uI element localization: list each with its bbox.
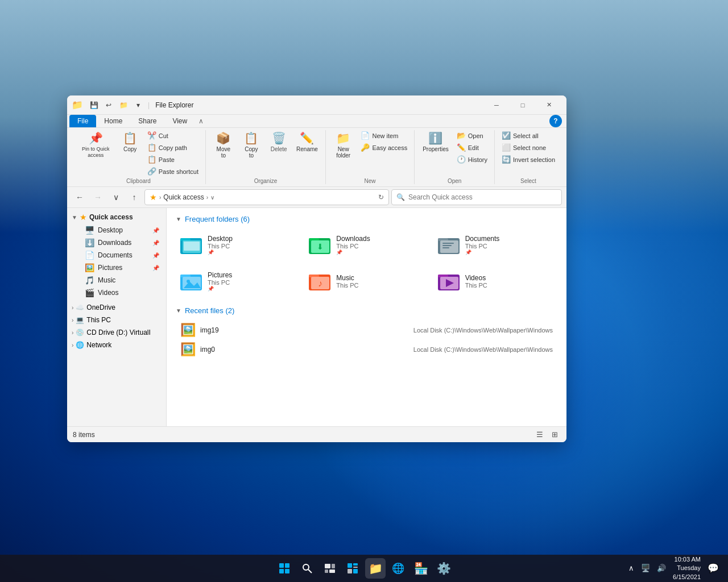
sidebar-item-videos[interactable]: 🎬 Videos bbox=[80, 286, 164, 299]
history-button[interactable]: 🕐 History bbox=[454, 154, 490, 165]
desktop-folder-location: This PC bbox=[208, 243, 233, 250]
large-icons-view-button[interactable]: ⊞ bbox=[548, 429, 561, 441]
open-split-group: 📂 Open ✏️ Edit 🕐 History bbox=[454, 130, 490, 165]
taskbar-settings-button[interactable]: ⚙️ bbox=[433, 558, 454, 579]
search-input[interactable] bbox=[408, 193, 557, 201]
widgets-button[interactable] bbox=[342, 558, 363, 579]
easy-access-button[interactable]: 🔑 Easy access bbox=[358, 142, 410, 153]
img0-name: img0 bbox=[200, 346, 268, 354]
this-pc-icon: 💻 bbox=[76, 316, 84, 324]
pictures-folder-name: Pictures bbox=[208, 271, 232, 279]
quick-access-items: 🖥️ Desktop 📌 ⬇️ Downloads 📌 📄 Documents … bbox=[67, 224, 166, 299]
search-box[interactable]: 🔍 bbox=[391, 189, 562, 205]
sidebar-item-music[interactable]: 🎵 Music bbox=[80, 274, 164, 286]
start-button[interactable] bbox=[274, 558, 295, 579]
sidebar-item-this-pc[interactable]: › 💻 This PC bbox=[67, 314, 166, 326]
notification-icon[interactable]: 💬 bbox=[705, 562, 721, 575]
folder-tile-desktop[interactable]: Desktop This PC 📌 bbox=[176, 229, 300, 261]
volume-tray-icon[interactable]: 🔊 bbox=[655, 563, 668, 573]
paste-button[interactable]: 📋 Paste bbox=[145, 154, 201, 165]
qat-undo-button[interactable]: ↩ bbox=[102, 99, 115, 111]
folder-tile-videos[interactable]: Videos This PC bbox=[433, 265, 557, 297]
properties-button[interactable]: ℹ️ Properties bbox=[419, 130, 452, 155]
taskbar-explorer-button[interactable]: 📁 bbox=[365, 558, 386, 579]
invert-selection-button[interactable]: 🔄 Invert selection bbox=[499, 154, 557, 165]
recent-file-img19[interactable]: 🖼️ img19 Local Disk (C:)\Windows\Web\Wal… bbox=[176, 321, 557, 340]
paste-shortcut-button[interactable]: 🔗 Paste shortcut bbox=[145, 166, 201, 177]
address-path[interactable]: ★ › Quick access › ∨ ↻ bbox=[144, 189, 389, 205]
quick-access-header[interactable]: ▼ ★ Quick access bbox=[67, 210, 166, 224]
tab-share[interactable]: Share bbox=[130, 115, 164, 127]
path-chevron-2: › bbox=[206, 194, 208, 201]
open-button[interactable]: 📂 Open bbox=[454, 130, 490, 141]
sidebar-item-downloads[interactable]: ⬇️ Downloads 📌 bbox=[80, 236, 164, 249]
new-item-button[interactable]: 📄 New item bbox=[358, 130, 410, 141]
invert-icon: 🔄 bbox=[502, 155, 511, 164]
delete-button[interactable]: 🗑️ Delete bbox=[266, 130, 291, 155]
recent-file-img0[interactable]: 🖼️ img0 Local Disk (C:)\Windows\Web\Wall… bbox=[176, 340, 557, 359]
copy-path-icon: 📋 bbox=[147, 143, 156, 152]
refresh-button[interactable]: ↻ bbox=[378, 193, 384, 201]
title-bar-left: 📁 💾 ↩ 📁 ▾ | File Explorer bbox=[72, 99, 483, 111]
task-view-button[interactable] bbox=[320, 558, 340, 579]
taskbar-clock[interactable]: 10:03 AM Tuesday6/15/2021 bbox=[673, 555, 701, 581]
history-label: History bbox=[468, 156, 487, 163]
tab-file[interactable]: File bbox=[69, 115, 96, 127]
back-button[interactable]: ← bbox=[72, 189, 88, 205]
music-folder-location: This PC bbox=[336, 282, 358, 289]
ribbon-group-select: ☑️ Select all ⬜ Select none 🔄 Invert sel… bbox=[495, 130, 562, 184]
this-pc-label: This PC bbox=[86, 316, 111, 324]
sidebar-item-cd-drive[interactable]: › 💿 CD Drive (D:) VirtualI bbox=[67, 326, 166, 339]
address-dropdown-icon[interactable]: ∨ bbox=[210, 194, 214, 201]
folder-tile-pictures[interactable]: Pictures This PC 📌 bbox=[176, 265, 300, 297]
maximize-button[interactable]: □ bbox=[510, 95, 536, 115]
rename-button[interactable]: ✏️ Rename bbox=[293, 130, 321, 155]
ribbon-collapse-chevron[interactable]: ∧ bbox=[195, 116, 207, 126]
up-button[interactable]: ↑ bbox=[126, 189, 142, 205]
taskbar-store-button[interactable]: 🏪 bbox=[411, 558, 431, 579]
recent-files-list: 🖼️ img19 Local Disk (C:)\Windows\Web\Wal… bbox=[176, 321, 557, 359]
sidebar-item-onedrive[interactable]: › ☁️ OneDrive bbox=[67, 301, 166, 314]
folder-tile-documents[interactable]: Documents This PC 📌 bbox=[433, 229, 557, 261]
sidebar-item-documents[interactable]: 📄 Documents 📌 bbox=[80, 249, 164, 261]
pin-to-quick-access-button[interactable]: 📌 Pin to Quick access bbox=[76, 130, 115, 161]
move-to-button[interactable]: 📦 Move to bbox=[210, 130, 237, 161]
explorer-icon: 📁 bbox=[72, 99, 83, 110]
details-view-button[interactable]: ☰ bbox=[533, 429, 546, 441]
help-button[interactable]: ? bbox=[549, 115, 562, 127]
folder-tile-music[interactable]: ♪ Music This PC bbox=[304, 265, 428, 297]
minimize-button[interactable]: ─ bbox=[483, 95, 510, 115]
network-tray-icon[interactable]: 🖥️ bbox=[639, 563, 652, 573]
copy-button[interactable]: 📋 Copy bbox=[118, 130, 143, 155]
copy-to-button[interactable]: 📋 Copy to bbox=[239, 130, 264, 161]
edit-button[interactable]: ✏️ Edit bbox=[454, 142, 490, 153]
recent-locations-button[interactable]: ∨ bbox=[108, 189, 124, 205]
recent-toggle-icon: ▼ bbox=[176, 307, 181, 314]
recent-files-title: Recent files (2) bbox=[185, 306, 234, 315]
forward-button[interactable]: → bbox=[90, 189, 106, 205]
sidebar-item-network[interactable]: › 🌐 Network bbox=[67, 339, 166, 351]
qat-new-folder-qat-button[interactable]: 📁 bbox=[117, 99, 130, 111]
folder-tile-downloads[interactable]: ⬇ Downloads This PC 📌 bbox=[304, 229, 428, 261]
taskbar-search-button[interactable] bbox=[297, 558, 317, 579]
taskbar-settings-icon: ⚙️ bbox=[437, 562, 451, 575]
taskbar-edge-button[interactable]: 🌐 bbox=[388, 558, 408, 579]
svg-point-31 bbox=[303, 564, 309, 570]
tab-view[interactable]: View bbox=[164, 115, 195, 127]
qat-properties-button[interactable]: ▾ bbox=[132, 99, 144, 111]
sidebar-item-pictures[interactable]: 🖼️ Pictures 📌 bbox=[80, 261, 164, 274]
frequent-folders-header[interactable]: ▼ Frequent folders (6) bbox=[176, 215, 557, 223]
cut-button[interactable]: ✂️ Cut bbox=[145, 130, 201, 141]
recent-files-header[interactable]: ▼ Recent files (2) bbox=[176, 306, 557, 315]
pictures-folder-info: Pictures This PC 📌 bbox=[208, 271, 232, 292]
select-none-button[interactable]: ⬜ Select none bbox=[499, 142, 557, 153]
qat-save-button[interactable]: 💾 bbox=[88, 99, 100, 111]
sidebar-item-desktop[interactable]: 🖥️ Desktop 📌 bbox=[80, 224, 164, 236]
tray-chevron-icon[interactable]: ∧ bbox=[626, 563, 636, 573]
copy-path-button[interactable]: 📋 Copy path bbox=[145, 142, 201, 153]
select-all-button[interactable]: ☑️ Select all bbox=[499, 130, 557, 141]
tab-home[interactable]: Home bbox=[96, 115, 130, 127]
close-button[interactable]: ✕ bbox=[536, 95, 562, 115]
new-folder-button[interactable]: 📁 New folder bbox=[330, 130, 357, 161]
svg-text:⬇: ⬇ bbox=[317, 242, 324, 251]
